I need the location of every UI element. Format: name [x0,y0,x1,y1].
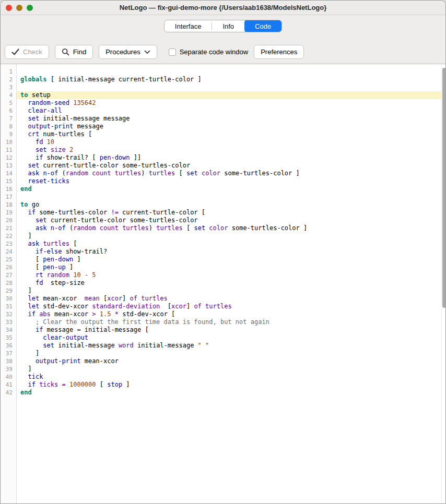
preferences-button[interactable]: Preferences [254,45,304,59]
code-token: step-size [43,279,84,286]
code-line[interactable]: output-print mean-xcor [17,357,446,365]
code-token: ( [66,224,73,232]
code-token: std-dev-xcor [ [119,310,175,318]
code-line[interactable]: crt num-turtles [ [17,130,446,138]
code-token: initial-message [134,342,198,349]
code-line[interactable]: let std-dev-xcor standard-deviation [xco… [17,303,446,310]
code-token: xcor [171,303,186,310]
code-line[interactable]: output-print message [17,123,446,130]
tab-code[interactable]: Code [244,20,281,32]
tab-interface[interactable]: Interface [165,20,212,32]
code-line[interactable]: [ pen-down ] [17,256,446,263]
code-token: mean-xcor [51,310,92,318]
scrollbar-thumb[interactable] [442,68,446,308]
code-token [20,326,36,333]
code-token: globals [20,76,47,83]
code-token: [ [175,170,186,177]
code-editor[interactable]: 1234567891011121314151617181920212223242… [1,64,446,504]
code-token: color [209,224,228,232]
code-token [20,342,43,349]
line-number: 17 [1,193,16,201]
line-number: 28 [1,279,16,287]
code-line[interactable] [17,83,446,91]
code-line[interactable]: ask turtles [ [17,240,446,248]
code-token: initial-message [54,342,119,349]
code-token: abs [39,310,51,318]
code-line[interactable]: to setup [17,91,446,99]
code-token: ) [141,170,148,177]
code-line[interactable]: random-seed 135642 [17,99,446,107]
find-button[interactable]: Find [55,45,93,59]
scrollbar-track[interactable] [441,64,446,504]
code-line[interactable]: fd 10 [17,138,446,146]
code-token: if [28,310,35,318]
code-token: ] [122,295,130,302]
code-token [96,224,100,232]
code-token: initial-message [ [81,326,149,333]
code-line[interactable]: clear-all [17,107,446,115]
code-line[interactable]: let mean-xcor mean [xcor] of turtles [17,295,446,303]
code-line[interactable]: clear-output [17,334,446,342]
separate-code-window-checkbox[interactable] [169,49,176,56]
code-line[interactable]: ] [17,365,446,373]
code-line[interactable]: ask n-of (random count turtles) turtles … [17,170,446,177]
code-token [20,177,28,185]
code-line[interactable]: set size 2 [17,146,446,154]
procedures-dropdown[interactable]: Procedures [99,45,157,59]
code-line[interactable]: ] [17,232,446,240]
preferences-label: Preferences [261,48,297,56]
close-button[interactable] [6,5,12,11]
code-line[interactable]: if some-turtles-color != current-turtle-… [17,209,446,217]
code-line[interactable]: reset-ticks [17,177,446,185]
code-token [20,217,36,224]
zoom-button[interactable] [27,5,33,11]
code-lines[interactable]: globals [ initial-message current-turtle… [17,64,446,504]
code-line[interactable] [17,193,446,201]
line-number: 42 [1,389,16,397]
code-line[interactable]: tick [17,373,446,381]
code-line[interactable]: end [17,185,446,193]
tab-info[interactable]: Info [212,20,244,32]
code-token: ] [186,303,194,310]
code-line[interactable]: set current-turtle-color some-turtles-co… [17,217,446,224]
code-line[interactable]: end [17,389,446,397]
minimize-button[interactable] [16,5,22,11]
code-line[interactable]: if message = initial-message [ [17,326,446,334]
code-token: word [119,342,134,349]
line-number: 1 [1,68,16,76]
code-line[interactable]: globals [ initial-message current-turtle… [17,76,446,83]
separate-code-window-label: Separate code window [180,48,249,56]
code-token: [ [69,240,77,247]
code-line[interactable]: rt random 10 - 5 [17,271,446,279]
code-line[interactable]: set initial-message message [17,115,446,123]
line-number: 5 [1,99,16,107]
tab-bar: InterfaceInfoCode [164,20,282,32]
code-line[interactable]: if abs mean-xcor > 1.5 * std-dev-xcor [ [17,310,446,318]
line-number: 31 [1,303,16,310]
code-line[interactable]: to go [17,201,446,209]
code-line[interactable]: [ pen-up ] [17,263,446,271]
code-token: * [115,310,119,318]
line-number: 8 [1,123,16,130]
code-token: 135642 [73,99,96,106]
code-line[interactable]: set current-turtle-color some-turtles-co… [17,162,446,170]
code-token: != [111,209,118,216]
code-token: 10 [73,271,80,279]
code-token: mean [85,295,100,302]
code-line[interactable]: if-else show-trail? [17,248,446,256]
code-line[interactable]: ] [17,287,446,295]
line-number: 12 [1,154,16,162]
code-line[interactable]: if show-trail? [ pen-down ]] [17,154,446,162]
code-token: stop [107,381,122,388]
code-token: reset-ticks [28,177,69,185]
code-line[interactable]: if ticks = 1000000 [ stop ] [17,381,446,389]
code-line[interactable] [17,68,446,76]
code-line[interactable]: ] [17,350,446,357]
code-line[interactable]: ; Clear the output the first time data i… [17,318,446,326]
code-token [58,381,62,388]
code-line[interactable]: set initial-message word initial-message… [17,342,446,350]
code-token: random [73,224,96,232]
check-button[interactable]: Check [5,45,49,59]
code-line[interactable]: ask n-of (random count turtles) turtles … [17,224,446,232]
code-line[interactable]: fd step-size [17,279,446,287]
